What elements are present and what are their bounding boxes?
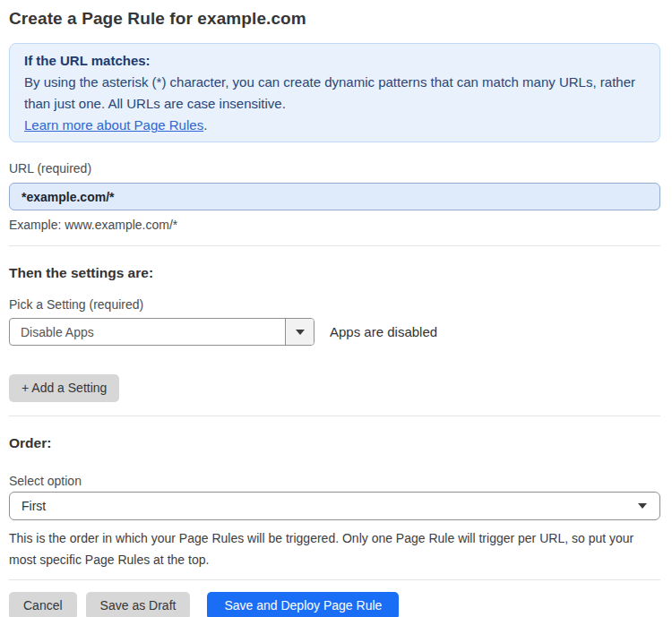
setting-dropdown-value: Disable Apps (10, 319, 285, 345)
save-and-deploy-button[interactable]: Save and Deploy Page Rule (207, 592, 399, 617)
add-setting-button[interactable]: + Add a Setting (9, 374, 119, 402)
settings-section-heading: Then the settings are: (9, 264, 660, 281)
setting-dropdown-arrow-button[interactable] (285, 319, 314, 345)
divider (9, 579, 660, 580)
info-box-link-row: Learn more about Page Rules. (24, 115, 645, 136)
setting-row: Disable Apps Apps are disabled (9, 318, 660, 346)
chevron-down-icon (296, 330, 305, 335)
pick-setting-label: Pick a Setting (required) (9, 296, 660, 313)
order-section-heading: Order: (9, 434, 660, 451)
url-example-text: Example: www.example.com/* (9, 217, 660, 233)
chevron-down-icon (638, 503, 647, 509)
setting-dropdown[interactable]: Disable Apps (9, 318, 314, 346)
url-input[interactable] (9, 183, 660, 210)
link-suffix: . (203, 117, 207, 133)
order-select[interactable]: First (9, 492, 660, 520)
divider (9, 416, 660, 416)
info-box-heading: If the URL matches: (24, 50, 645, 72)
order-select-label: Select option (9, 473, 660, 489)
learn-more-link[interactable]: Learn more about Page Rules (24, 117, 203, 133)
setting-status-text: Apps are disabled (330, 324, 437, 339)
footer-actions: Cancel Save as Draft Save and Deploy Pag… (9, 592, 660, 617)
url-label: URL (required) (9, 160, 660, 176)
info-box: If the URL matches: By using the asteris… (9, 43, 660, 142)
cancel-button[interactable]: Cancel (9, 592, 77, 617)
divider (9, 245, 660, 246)
save-as-draft-button[interactable]: Save as Draft (86, 592, 191, 617)
page-title: Create a Page Rule for example.com (9, 8, 660, 30)
order-select-value: First (22, 499, 46, 513)
info-box-body: By using the asterisk (*) character, you… (24, 72, 645, 115)
order-help-text: This is the order in which your Page Rul… (9, 527, 654, 570)
